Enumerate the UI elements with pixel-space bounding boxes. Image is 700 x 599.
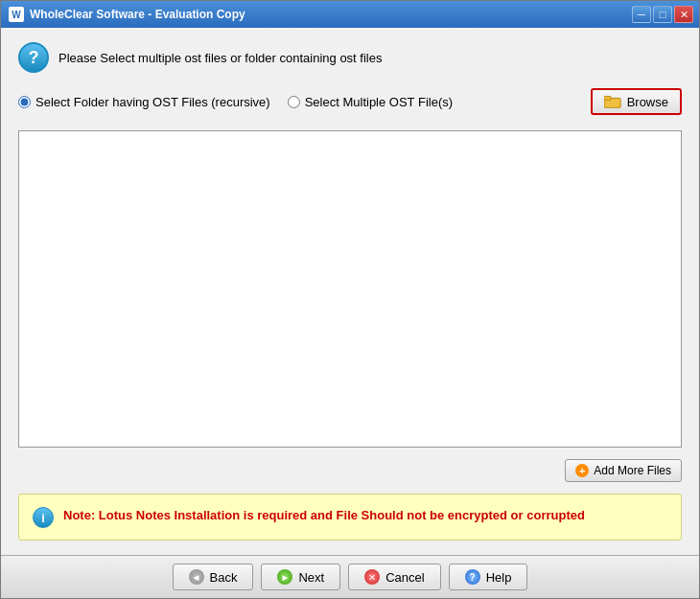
cancel-icon: ✕ (364, 569, 380, 585)
add-more-row: + Add More Files (18, 459, 682, 482)
browse-label: Browse (627, 95, 668, 109)
cancel-label: Cancel (385, 570, 424, 585)
bottom-bar: ◄ Back ► Next ✕ Cancel ? Help (1, 555, 699, 598)
back-icon: ◄ (189, 569, 204, 585)
help-icon: ? (465, 569, 480, 585)
minimize-button[interactable]: ─ (632, 6, 651, 23)
main-window: W WholeClear Software - Evaluation Copy … (0, 0, 700, 599)
radio-folder-label: Select Folder having OST Files (recursiv… (35, 95, 270, 109)
radio-files[interactable] (288, 96, 300, 108)
header-text: Please Select multiple ost files or fold… (58, 51, 382, 65)
help-button[interactable]: ? Help (449, 564, 528, 590)
help-label: Help (486, 570, 512, 585)
close-button[interactable]: ✕ (674, 6, 693, 23)
add-more-label: Add More Files (594, 464, 671, 477)
next-label: Next (298, 570, 324, 585)
radio-option-files[interactable]: Select Multiple OST File(s) (288, 95, 453, 109)
note-box: i Note: Lotus Notes Installation is requ… (18, 494, 682, 541)
radio-files-label: Select Multiple OST File(s) (305, 95, 453, 109)
back-label: Back (210, 570, 238, 585)
back-button[interactable]: ◄ Back (173, 564, 254, 590)
next-icon: ► (277, 569, 292, 585)
note-text: Note: Lotus Notes Installation is requir… (63, 506, 585, 525)
cancel-button[interactable]: ✕ Cancel (348, 564, 440, 590)
maximize-button[interactable]: □ (653, 6, 672, 23)
browse-button[interactable]: Browse (591, 88, 682, 115)
question-icon: ? (18, 42, 49, 73)
file-list-area[interactable] (18, 130, 682, 448)
plus-icon: + (575, 464, 589, 477)
next-button[interactable]: ► Next (261, 564, 340, 590)
svg-rect-1 (604, 97, 611, 101)
window-title: WholeClear Software - Evaluation Copy (30, 8, 245, 21)
app-icon: W (9, 7, 24, 22)
title-bar: W WholeClear Software - Evaluation Copy … (1, 1, 699, 28)
radio-option-folder[interactable]: Select Folder having OST Files (recursiv… (18, 95, 270, 109)
radio-folder[interactable] (18, 96, 31, 108)
add-more-button[interactable]: + Add More Files (565, 459, 682, 482)
info-icon: i (33, 507, 54, 528)
window-controls: ─ □ ✕ (632, 6, 693, 23)
folder-icon (604, 94, 621, 109)
header-row: ? Please Select multiple ost files or fo… (18, 42, 682, 73)
options-row: Select Folder having OST Files (recursiv… (18, 84, 682, 119)
title-bar-content: W WholeClear Software - Evaluation Copy (9, 7, 245, 22)
radio-group: Select Folder having OST Files (recursiv… (18, 95, 591, 109)
main-content: ? Please Select multiple ost files or fo… (1, 28, 699, 555)
